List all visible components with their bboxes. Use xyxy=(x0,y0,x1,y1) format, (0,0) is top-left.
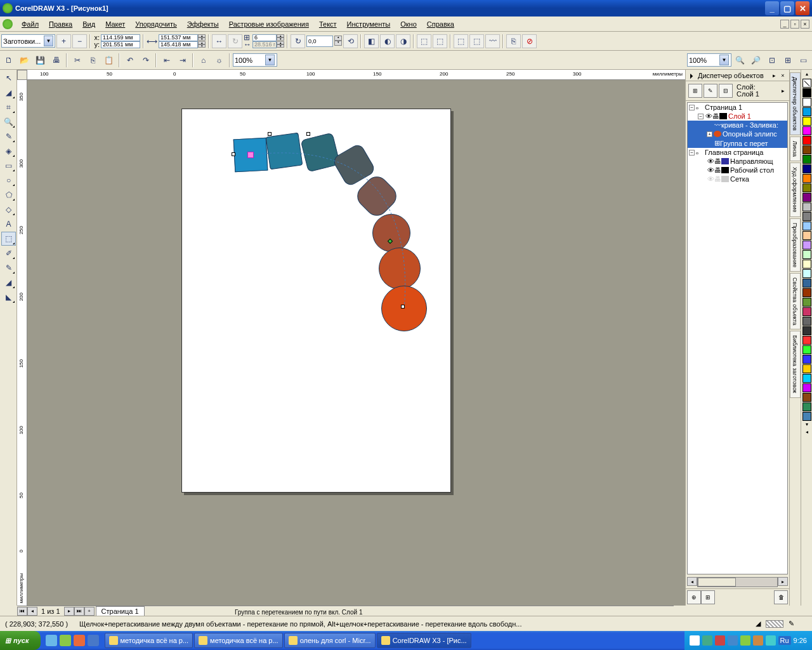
add-page-button[interactable]: + xyxy=(84,607,95,616)
redo-button[interactable]: ↷ xyxy=(138,53,153,67)
menu-tools[interactable]: Инструменты xyxy=(342,18,396,30)
corel-online-button[interactable]: ☼ xyxy=(212,53,226,67)
side-tab-scrapbook[interactable]: Библиотека заготовок xyxy=(790,331,801,397)
new-button[interactable]: 🗋 xyxy=(1,53,16,67)
blend-step-shape[interactable] xyxy=(266,133,303,170)
blend-start-handle[interactable] xyxy=(247,152,254,158)
color-swatch[interactable] xyxy=(802,231,811,240)
presets-combo[interactable]: Заготовки...▼ xyxy=(1,34,55,48)
tree-layer[interactable]: Слой 1 xyxy=(728,112,751,120)
eye-icon[interactable]: 👁 xyxy=(707,166,714,174)
zoom-in-button[interactable]: 🔍 xyxy=(733,53,747,67)
tree-guides[interactable]: Направляющ xyxy=(730,157,773,165)
object-tree[interactable]: −▫Страница 1 −👁🖶Слой 1 〰кривая - Заливка… xyxy=(687,102,788,574)
menu-layout[interactable]: Макет xyxy=(100,18,130,30)
clock[interactable]: 9:26 xyxy=(794,637,807,644)
side-tab-properties[interactable]: Свойства объекта xyxy=(790,273,801,330)
tree-master[interactable]: Главная страница xyxy=(705,149,763,156)
tree-collapse-icon[interactable]: − xyxy=(689,105,695,110)
print-button[interactable]: 🖶 xyxy=(49,53,63,67)
accel-objects-button[interactable]: ⬚ xyxy=(417,34,431,48)
copy-button[interactable]: ⎘ xyxy=(86,53,100,67)
tray-icon[interactable] xyxy=(753,635,763,646)
taskbar-task[interactable]: методичка всё на р... xyxy=(194,633,283,648)
tree-page[interactable]: Страница 1 xyxy=(705,103,742,111)
tree-grid[interactable]: Сетка xyxy=(730,175,749,183)
color-swatch[interactable] xyxy=(802,88,811,97)
menu-arrange[interactable]: Упорядочить xyxy=(130,18,181,30)
menu-effects[interactable]: Эффекты xyxy=(182,18,224,30)
menu-text[interactable]: Текст xyxy=(314,18,342,30)
color-swatch[interactable] xyxy=(802,317,811,326)
export-button[interactable]: ⇥ xyxy=(175,53,190,67)
layer-color-icon[interactable] xyxy=(721,176,729,182)
path-properties-button[interactable]: 〰 xyxy=(485,34,500,48)
tree-desktop[interactable]: Рабочий стол xyxy=(730,166,774,174)
outline-tool[interactable]: ✎ xyxy=(1,261,16,275)
layer-color-icon[interactable] xyxy=(719,113,727,119)
blend-step-shape[interactable] xyxy=(372,214,410,252)
menu-file[interactable]: Файл xyxy=(16,18,44,30)
blend-step-shape[interactable] xyxy=(379,248,421,289)
last-page-button[interactable]: ⏭ xyxy=(74,607,84,616)
next-page-button[interactable]: ▸ xyxy=(64,607,74,616)
color-swatch[interactable] xyxy=(802,374,811,383)
docker-close-button[interactable]: × xyxy=(779,72,787,79)
tree-group[interactable]: Группа с перет xyxy=(720,140,768,147)
rectangle-tool[interactable]: ▭ xyxy=(1,159,16,173)
polygon-tool[interactable]: ⬠ xyxy=(1,188,16,202)
color-swatch[interactable] xyxy=(802,250,811,259)
tree-curve[interactable]: кривая - Заливка: xyxy=(721,121,778,129)
start-button[interactable]: ⊞пуск xyxy=(0,631,41,650)
menu-edit[interactable]: Правка xyxy=(44,18,77,30)
color-swatch[interactable] xyxy=(802,241,811,249)
basic-shapes-tool[interactable]: ◇ xyxy=(1,202,16,216)
selection-handle[interactable] xyxy=(306,132,310,136)
zoom-selection-button[interactable]: ⊡ xyxy=(764,53,779,67)
side-tab-artistic-media[interactable]: Худ.оформление xyxy=(790,162,801,217)
canvas[interactable] xyxy=(27,80,685,606)
app-launcher-button[interactable]: ⌂ xyxy=(196,53,211,67)
color-swatch[interactable] xyxy=(802,336,811,345)
color-swatch[interactable] xyxy=(802,260,811,269)
remove-preset-button[interactable]: − xyxy=(72,34,87,48)
page[interactable] xyxy=(181,109,451,493)
color-swatch[interactable] xyxy=(802,345,811,354)
cut-button[interactable]: ✂ xyxy=(70,53,84,67)
color-swatch[interactable] xyxy=(802,288,811,297)
color-swatch[interactable] xyxy=(802,222,811,230)
ruler-vertical[interactable]: 350 300 250 200 150 100 50 0 миллиметры xyxy=(17,80,27,606)
zoom-input-right[interactable] xyxy=(689,56,719,64)
close-button[interactable]: ✕ xyxy=(796,1,809,15)
width-input[interactable] xyxy=(159,34,198,41)
color-swatch[interactable] xyxy=(802,383,811,392)
layer-color-icon[interactable] xyxy=(721,167,729,173)
taskbar-task[interactable]: методичка всё на р... xyxy=(105,633,193,648)
interactive-fill-tool[interactable]: ◣ xyxy=(1,290,16,304)
taskbar-task[interactable]: олень для corl - Micr... xyxy=(284,633,376,648)
color-swatch[interactable] xyxy=(802,412,811,421)
color-swatch[interactable] xyxy=(802,355,811,364)
color-swatch[interactable] xyxy=(802,364,811,373)
taskbar-task[interactable]: CorelDRAW X3 - [Рис... xyxy=(377,633,471,648)
ellipse-tool[interactable]: ○ xyxy=(1,173,16,187)
page-tab[interactable]: Страница 1 xyxy=(96,606,145,616)
layer-color-icon[interactable] xyxy=(721,158,729,164)
side-tab-lens[interactable]: Линза xyxy=(790,136,801,161)
ruler-horizontal[interactable]: 100 50 0 50 100 150 200 250 300 миллимет… xyxy=(27,70,685,80)
color-swatch[interactable] xyxy=(802,164,811,173)
language-indicator[interactable]: Ru xyxy=(778,636,791,645)
tree-collapse-icon[interactable]: − xyxy=(698,114,704,119)
color-swatch[interactable] xyxy=(802,298,811,307)
color-swatch[interactable] xyxy=(802,126,811,135)
zoom-input[interactable] xyxy=(235,56,265,64)
tray-icon[interactable] xyxy=(702,635,712,646)
blend-cw-button[interactable]: ↻ xyxy=(228,34,242,48)
color-swatch[interactable] xyxy=(802,279,811,288)
shape-tool[interactable]: ◢ xyxy=(1,86,16,100)
doc-restore-button[interactable]: ▫ xyxy=(790,20,799,29)
loop-blend-button[interactable]: ⟲ xyxy=(343,34,358,48)
doc-close-button[interactable]: × xyxy=(801,20,809,29)
ruler-origin[interactable] xyxy=(17,70,27,80)
tree-collapse-icon[interactable]: − xyxy=(689,150,695,156)
